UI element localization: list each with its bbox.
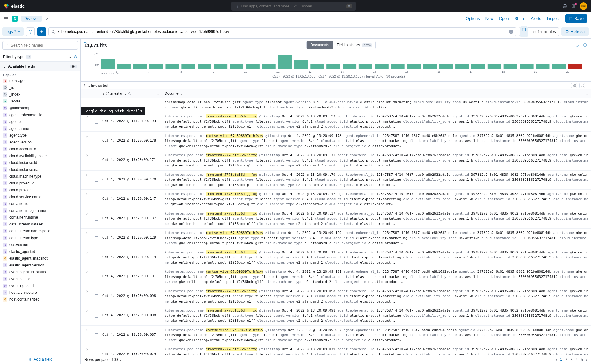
field-item[interactable]: tdata_stream.type <box>0 234 80 241</box>
expand-row-icon[interactable]: › <box>86 269 88 274</box>
global-search-input[interactable] <box>241 4 343 8</box>
global-search[interactable]: ⌘/ <box>231 2 356 11</box>
field-item[interactable]: tevent.agent_id_status <box>0 269 80 275</box>
expand-row-icon[interactable]: ⌄ <box>86 134 88 138</box>
inspect-link[interactable]: Inspect <box>547 16 560 21</box>
field-item[interactable]: thost.architecture <box>0 289 80 296</box>
user-avatar[interactable]: BS <box>580 2 587 10</box>
chart-options-icon[interactable] <box>583 43 587 47</box>
field-item[interactable]: tagent.ephemeral_id <box>0 111 80 118</box>
field-item[interactable]: tcloud.project.id <box>0 180 80 187</box>
field-item[interactable]: tecs.version <box>0 241 80 248</box>
expand-row-icon[interactable]: › <box>86 308 88 313</box>
field-item[interactable]: tcloud.machine.type <box>0 173 80 180</box>
field-item[interactable]: tcontainer.image.name <box>0 207 80 214</box>
row-checkbox[interactable] <box>95 353 98 355</box>
page-3[interactable]: 3 <box>571 357 573 362</box>
field-item[interactable]: tcloud.provider <box>0 187 80 193</box>
query-input[interactable] <box>57 30 507 34</box>
page-prev[interactable]: ‹ <box>556 357 557 362</box>
dataview-settings-icon[interactable]: ? <box>26 27 35 36</box>
field-item[interactable]: ⎔_id <box>0 84 80 91</box>
save-button[interactable]: Save <box>565 14 587 23</box>
field-item[interactable]: tdata_stream.dataset <box>0 221 80 228</box>
field-item[interactable]: tdata_stream.namespace <box>0 228 80 234</box>
page-next[interactable]: › <box>586 357 587 362</box>
page-4[interactable]: 4 <box>576 357 578 362</box>
row-checkbox[interactable] <box>95 333 98 337</box>
row-checkbox[interactable] <box>95 120 98 124</box>
field-item[interactable]: ⊘elastic_agent.snapshot <box>0 255 80 262</box>
row-checkbox[interactable] <box>95 178 98 182</box>
field-item[interactable]: ◷event.ingested <box>0 282 80 289</box>
field-item[interactable]: telastic_agent.id <box>0 248 80 255</box>
page-2[interactable]: 2 <box>565 357 567 362</box>
row-checkbox[interactable] <box>95 256 98 259</box>
field-item[interactable]: tagent.version <box>0 139 80 146</box>
field-item[interactable]: ◷@timestamp <box>0 105 80 111</box>
field-item[interactable]: tcloud.instance.name <box>0 166 80 173</box>
expand-row-icon[interactable]: › <box>86 328 88 332</box>
clear-query-icon[interactable]: ✕ <box>509 30 513 34</box>
alerts-link[interactable]: Alerts <box>531 16 541 21</box>
available-fields-header[interactable]: ⌄ Available fields 84 <box>0 62 80 71</box>
globe-icon[interactable] <box>562 4 567 9</box>
field-search-input[interactable] <box>11 43 75 48</box>
info-icon[interactable]: i <box>74 55 77 59</box>
expand-row-icon[interactable]: › <box>86 211 88 216</box>
field-item[interactable]: #_score <box>0 98 80 105</box>
expand-row-icon[interactable]: › <box>86 347 88 352</box>
page-1[interactable]: 1 <box>560 357 562 362</box>
field-item[interactable]: tagent.name <box>0 125 80 132</box>
refresh-button[interactable]: Refresh <box>561 27 589 36</box>
tab-documents[interactable]: Documents <box>307 41 333 49</box>
options-link[interactable]: Options <box>466 16 480 21</box>
page-5[interactable]: 5 <box>581 357 583 362</box>
histogram-chart[interactable]: 1,0002506'7'8'9'10'11'12'13'14'15'16'17'… <box>81 52 591 81</box>
field-item[interactable]: tcloud.service.name <box>0 193 80 200</box>
expand-row-icon[interactable]: › <box>86 153 88 157</box>
app-name-pill[interactable]: Discover <box>21 16 42 22</box>
expand-row-icon[interactable]: › <box>86 192 88 196</box>
expand-row-icon[interactable]: › <box>86 172 88 177</box>
field-item[interactable]: ⎔_index <box>0 91 80 98</box>
chevron-down-icon[interactable]: ⌄ <box>585 91 589 96</box>
density-icon[interactable] <box>571 83 577 88</box>
tab-field-statistics[interactable]: Field statistics BETA <box>333 41 376 49</box>
add-field-button[interactable]: Add a field <box>0 354 80 364</box>
field-item[interactable]: tevent.dataset <box>0 275 80 282</box>
share-link[interactable]: Share <box>515 16 525 21</box>
field-item[interactable]: tcloud.instance.id <box>0 159 80 166</box>
select-all-checkbox[interactable] <box>95 92 98 95</box>
field-item[interactable]: tcontainer.runtime <box>0 214 80 221</box>
row-checkbox[interactable] <box>95 217 98 221</box>
field-item[interactable]: tagent.type <box>0 132 80 139</box>
row-checkbox[interactable] <box>95 139 98 143</box>
row-checkbox[interactable] <box>95 275 98 279</box>
filter-by-type[interactable]: Filter by type 0 ⌄ i <box>0 52 80 62</box>
column-document-header[interactable]: Document ⌄ <box>162 89 591 98</box>
edit-visualization-icon[interactable] <box>575 43 580 47</box>
nav-toggle-icon[interactable] <box>4 16 9 21</box>
expand-row-icon[interactable]: › <box>86 289 88 293</box>
field-item[interactable]: tcloud.availability_zone <box>0 152 80 159</box>
expand-row-icon[interactable]: › <box>86 230 88 235</box>
rows-per-page[interactable]: Rows per page: 100 ⌄ <box>84 357 122 362</box>
field-item[interactable]: tmessage <box>0 77 80 84</box>
chevron-down-icon[interactable]: ⌄ <box>157 91 160 96</box>
column-timestamp-header[interactable]: ↓ @timestamp ⌄ <box>100 89 162 98</box>
row-checkbox[interactable] <box>95 198 98 201</box>
field-item[interactable]: ⊘host.containerized <box>0 296 80 303</box>
sort-indicator[interactable]: 1 field sorted <box>81 82 591 89</box>
brand-area[interactable]: elastic <box>4 3 25 9</box>
row-checkbox[interactable] <box>95 294 98 298</box>
field-item[interactable]: telastic_agent.version <box>0 262 80 269</box>
hide-chart-icon[interactable] <box>83 41 88 45</box>
new-link[interactable]: New <box>485 16 493 21</box>
row-checkbox[interactable] <box>95 236 98 240</box>
expand-row-icon[interactable]: › <box>86 250 88 255</box>
fullscreen-icon[interactable] <box>579 83 585 88</box>
add-filter-button[interactable] <box>37 27 46 36</box>
date-picker[interactable]: Last 15 minutes <box>519 27 559 36</box>
row-checkbox[interactable] <box>95 314 98 318</box>
